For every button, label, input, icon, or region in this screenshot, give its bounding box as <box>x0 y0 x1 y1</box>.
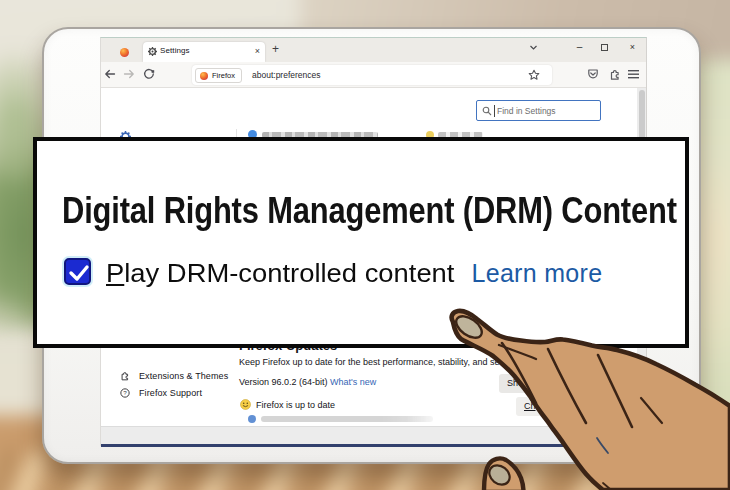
radio-selected-icon <box>248 415 256 423</box>
puzzle-icon <box>120 370 130 381</box>
tab-list-chevron-icon[interactable] <box>529 43 538 52</box>
url-text[interactable]: about:preferences <box>252 70 321 80</box>
sidebar-item-label: Extensions & Themes <box>139 371 228 381</box>
svg-text:?: ? <box>123 389 127 396</box>
new-tab-button[interactable]: + <box>272 42 279 56</box>
forward-icon[interactable] <box>123 68 135 80</box>
menu-hamburger-icon[interactable] <box>628 70 639 79</box>
find-placeholder: Find in Settings <box>497 106 556 116</box>
pocket-icon[interactable] <box>587 68 599 80</box>
question-circle-icon: ? <box>120 388 130 398</box>
sidebar-item-label: Firefox Support <box>139 388 202 398</box>
firefox-logo-icon <box>120 48 129 57</box>
tab-title: Settings <box>160 46 190 55</box>
find-in-settings-input[interactable]: Find in Settings <box>476 100 601 121</box>
version-row: Version 96.0.2 (64-bit) What's new <box>239 377 376 387</box>
bookmark-star-icon[interactable] <box>528 69 540 81</box>
smiley-icon <box>240 399 251 410</box>
chip-label: Firefox <box>212 71 235 80</box>
gear-icon <box>148 47 157 56</box>
tab-settings[interactable]: Settings × <box>143 42 265 62</box>
version-label: Version 96.0.2 (64-bit) <box>239 377 328 387</box>
site-identity-chip[interactable]: Firefox <box>195 68 242 83</box>
drm-checkbox[interactable] <box>64 258 91 285</box>
update-status-text: Firefox is up to date <box>256 400 335 410</box>
window-maximize-button[interactable] <box>601 44 608 51</box>
chevron-down-icon <box>529 43 538 52</box>
window-close-button[interactable]: × <box>627 42 638 52</box>
text-caret <box>494 105 495 117</box>
sidebar-item-firefox-support[interactable]: ? Firefox Support <box>120 388 202 398</box>
drm-checkbox-label[interactable]: Play DRM-controlled content <box>106 259 454 288</box>
address-bar[interactable]: Firefox about:preferences <box>192 65 552 85</box>
faded-text-fragment <box>261 416 433 422</box>
pointing-hand-illustration <box>430 295 730 490</box>
window-minimize-button[interactable]: – <box>574 41 585 52</box>
tab-bar: Settings × + – × <box>101 38 646 62</box>
extensions-puzzle-icon[interactable] <box>609 68 621 80</box>
drm-heading: Digital Rights Management (DRM) Content <box>62 190 677 232</box>
label-rest: lay DRM-controlled content <box>124 259 454 287</box>
hand-thumb <box>484 458 524 490</box>
learn-more-link[interactable]: Learn more <box>472 259 603 288</box>
firefox-chip-icon <box>200 72 208 80</box>
accesskey-underline: P <box>106 259 124 287</box>
sidebar-item-extensions-themes[interactable]: Extensions & Themes <box>120 370 228 381</box>
search-icon <box>482 106 492 116</box>
tab-close-icon[interactable]: × <box>255 46 260 57</box>
reload-icon[interactable] <box>143 68 155 80</box>
update-option-row-faded <box>248 415 433 423</box>
checkmark-icon <box>66 260 93 287</box>
navigation-toolbar: Firefox about:preferences <box>101 62 646 88</box>
back-icon[interactable] <box>104 68 116 80</box>
whats-new-link[interactable]: What's new <box>330 377 376 387</box>
